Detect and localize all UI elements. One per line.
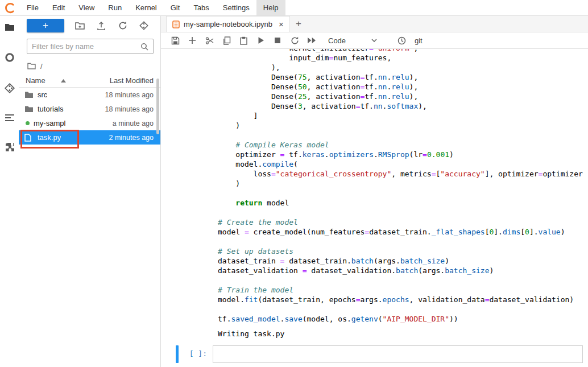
code-line: ]	[218, 111, 588, 121]
code-line: )	[218, 121, 588, 130]
cell-type-value: Code	[328, 36, 346, 45]
file-browser-icon[interactable]	[5, 23, 15, 32]
insert-cell-icon[interactable]	[184, 36, 201, 44]
folder-icon	[24, 105, 34, 113]
git-clone-icon[interactable]	[139, 21, 148, 30]
notebook-icon	[172, 20, 180, 28]
file-list-header: Name Last Modified	[19, 74, 160, 88]
search-icon	[140, 43, 148, 51]
code-line: return model	[218, 198, 588, 208]
code-line: Dense(3, activation=tf.nn.softmax),	[218, 101, 588, 111]
tab-notebook[interactable]: my-sample-notebook.ipynb ×	[166, 16, 290, 32]
code-line: )	[218, 179, 588, 188]
file-row-task.py[interactable]: task.py2 minutes ago	[19, 130, 160, 145]
file-row-src[interactable]: src18 minutes ago	[19, 88, 160, 102]
filter-files-box	[27, 39, 154, 54]
restart-kernel-icon[interactable]	[286, 36, 303, 45]
menu-help[interactable]: Help	[256, 0, 285, 15]
notebook-content: kernel_initializer="uniform", input_dim=…	[161, 49, 588, 367]
table-of-contents-icon[interactable]	[5, 114, 15, 122]
new-tab-button[interactable]: +	[290, 16, 307, 32]
column-header-name[interactable]: Name	[26, 76, 45, 85]
menu-tabs[interactable]: Tabs	[187, 0, 216, 15]
home-folder-icon[interactable]	[27, 63, 36, 69]
run-icon[interactable]	[252, 36, 269, 44]
column-header-modified[interactable]: Last Modified	[110, 76, 154, 85]
git-icon[interactable]	[5, 83, 15, 93]
code-line: ),	[218, 63, 588, 72]
code-line: Dense(25, activation=tf.nn.relu),	[218, 92, 588, 101]
file-list: src18 minutes agotutorials18 minutes ago…	[19, 88, 160, 145]
close-icon[interactable]: ×	[279, 20, 284, 28]
empty-cell-prompt: [ ]:	[181, 345, 213, 363]
cell-output: Writing task.py	[176, 329, 588, 338]
menu-kernel[interactable]: Kernel	[129, 0, 164, 15]
code-line: tf.saved_model.save(model, os.getenv("AI…	[218, 314, 588, 324]
empty-cell-editor[interactable]	[213, 345, 583, 363]
new-folder-icon[interactable]	[75, 22, 85, 30]
menu-git[interactable]: Git	[164, 0, 187, 15]
extension-manager-icon[interactable]	[5, 142, 15, 152]
file-name: task.py	[38, 133, 61, 142]
kernel-clock-icon	[397, 36, 406, 45]
code-line: dataset_train = dataset_train.batch(args…	[218, 256, 588, 266]
new-launcher-button[interactable]: +	[27, 19, 64, 32]
tab-bar: my-sample-notebook.ipynb × +	[161, 16, 588, 32]
running-kernels-icon[interactable]	[5, 52, 15, 63]
file-name: my-sampl	[34, 119, 65, 127]
fast-forward-icon[interactable]	[303, 37, 320, 44]
file-browser-panel: +	[19, 16, 161, 367]
menu-items: FileEditViewRunKernelGitTabsSettingsHelp	[20, 0, 285, 15]
cut-icon[interactable]	[201, 36, 218, 45]
code-line: Dense(75, activation=tf.nn.relu),	[218, 72, 588, 82]
file-modified: 18 minutes ago	[105, 105, 154, 113]
upload-icon[interactable]	[97, 21, 106, 30]
file-name: tutorials	[38, 105, 64, 113]
git-status-label: git	[415, 36, 423, 45]
breadcrumb-root[interactable]: /	[40, 62, 43, 71]
paste-icon[interactable]	[235, 36, 252, 45]
cell-type-dropdown[interactable]: Code	[328, 36, 377, 45]
empty-cell: [ ]:	[176, 345, 588, 363]
file-row-my-sampl[interactable]: my-sampla minute ago	[19, 116, 160, 130]
output-collapser[interactable]	[176, 329, 179, 338]
code-line: model = create_model(num_features=datase…	[218, 227, 588, 237]
cell-collapser[interactable]	[176, 49, 179, 324]
menu-settings[interactable]: Settings	[216, 0, 256, 15]
code-line: optimizer = tf.keras.optimizers.RMSprop(…	[218, 150, 588, 159]
code-line: input_dim=num_features,	[218, 53, 588, 63]
file-icon	[24, 134, 34, 142]
code-line: # Create the model	[218, 217, 588, 227]
active-cell-collapser[interactable]	[176, 345, 179, 363]
main-row: +	[0, 16, 588, 367]
file-name: src	[38, 90, 47, 99]
code-line	[218, 237, 588, 246]
output-text: Writing task.py	[213, 329, 284, 338]
file-modified: 2 minutes ago	[109, 134, 154, 142]
output-prompt	[181, 329, 213, 338]
tab-label: my-sample-notebook.ipynb	[184, 20, 272, 28]
code-line	[218, 130, 588, 140]
code-line	[218, 188, 588, 198]
code-line: model.compile(	[218, 159, 588, 169]
file-modified: 18 minutes ago	[105, 91, 154, 99]
file-browser-toolbar-icons	[69, 21, 155, 30]
code-line: model.fit(dataset_train, epochs=args.epo…	[218, 295, 588, 304]
file-row-tutorials[interactable]: tutorials18 minutes ago	[19, 102, 160, 116]
menu-view[interactable]: View	[72, 0, 101, 15]
sort-ascending-icon	[61, 79, 66, 83]
filter-files-input[interactable]	[32, 42, 140, 51]
folder-icon	[24, 91, 34, 98]
save-icon[interactable]	[167, 36, 184, 45]
stop-icon[interactable]	[269, 37, 286, 44]
file-browser-toolbar: +	[19, 16, 160, 35]
code-line: kernel_initializer="uniform",	[218, 49, 588, 53]
file-modified: a minute ago	[113, 119, 154, 127]
code-cell-editor[interactable]: kernel_initializer="uniform", input_dim=…	[213, 49, 588, 324]
refresh-icon[interactable]	[118, 21, 127, 30]
copy-icon[interactable]	[218, 36, 235, 45]
file-browser-scrollbar[interactable]	[156, 79, 159, 134]
menu-file[interactable]: File	[20, 0, 45, 15]
menu-run[interactable]: Run	[101, 0, 129, 15]
menu-edit[interactable]: Edit	[45, 0, 72, 15]
